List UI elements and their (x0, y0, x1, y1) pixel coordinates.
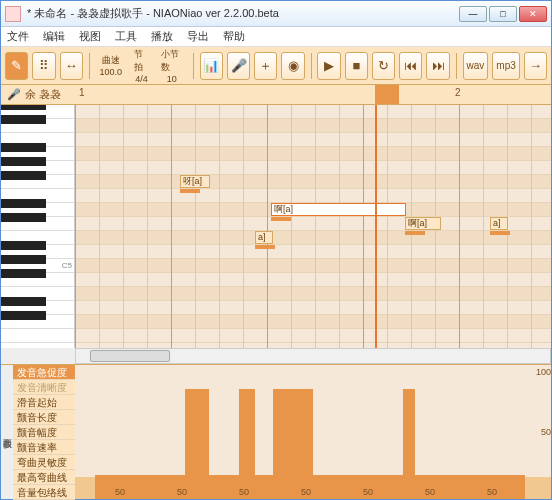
play-button[interactable]: ▶ (317, 52, 340, 80)
param-value: 50 (301, 487, 311, 497)
param-bar[interactable] (415, 475, 465, 499)
param-tab[interactable]: 音量包络线 (13, 485, 75, 500)
param-value: 50 (239, 487, 249, 497)
param-bar[interactable] (209, 475, 239, 499)
bars-param[interactable]: 小节数10 (157, 48, 187, 84)
stop-button[interactable]: ■ (345, 52, 368, 80)
menu-play[interactable]: 播放 (151, 29, 173, 44)
piano-black-key[interactable] (1, 311, 46, 320)
close-button[interactable]: ✕ (519, 6, 547, 22)
param-tab[interactable]: 颤音速率 (13, 440, 75, 455)
tempo-param[interactable]: 曲速100.0 (96, 54, 127, 77)
piano-roll[interactable]: C5 (1, 105, 75, 348)
param-tab[interactable]: 颤音长度 (13, 410, 75, 425)
param-bar[interactable] (313, 475, 403, 499)
param-chart[interactable]: 100 50 50505050505050 (75, 365, 551, 499)
param-bar[interactable] (239, 389, 255, 499)
param-tabs: 发音急促度发音清晰度滑音起始颤音长度颤音幅度颤音速率弯曲灵敏度最高弯曲线音量包络… (13, 365, 75, 499)
ruler-row: 🎤 余 袅袅 1 2 (1, 85, 551, 105)
param-tab[interactable]: 最高弯曲线 (13, 470, 75, 485)
app-icon (5, 6, 21, 22)
piano-black-key[interactable] (1, 143, 46, 152)
param-value: 50 (115, 487, 125, 497)
maximize-button[interactable]: □ (489, 6, 517, 22)
app-window: * 未命名 - 袅袅虚拟歌手 - NIAONiao ver 2.2.00.bet… (0, 0, 552, 500)
menu-edit[interactable]: 编辑 (43, 29, 65, 44)
playhead[interactable] (375, 105, 377, 348)
volume-icon[interactable]: 📊 (200, 52, 223, 80)
note[interactable]: 呀[a] (180, 175, 210, 188)
menu-export[interactable]: 导出 (187, 29, 209, 44)
piano-black-key[interactable] (1, 241, 46, 250)
menu-help[interactable]: 帮助 (223, 29, 245, 44)
param-value: 50 (363, 487, 373, 497)
measure-2: 2 (455, 87, 461, 98)
minimize-button[interactable]: — (459, 6, 487, 22)
menu-file[interactable]: 文件 (7, 29, 29, 44)
param-tab[interactable]: 发音急促度 (13, 365, 75, 380)
hscrollbar[interactable] (75, 348, 551, 364)
menu-tools[interactable]: 工具 (115, 29, 137, 44)
hscroll-thumb[interactable] (90, 350, 170, 362)
singer-name: 余 袅袅 (25, 87, 61, 102)
menubar: 文件 编辑 视图 工具 播放 导出 帮助 (1, 27, 551, 47)
param-panel: 参数面板 发音急促度发音清晰度滑音起始颤音长度颤音幅度颤音速率弯曲灵敏度最高弯曲… (1, 364, 551, 499)
toolbar: ✎ ⠿ ↔ 曲速100.0 节拍4/4 小节数10 📊 🎤 ＋ ◉ ▶ ■ ↻ … (1, 47, 551, 85)
select-tool[interactable]: ⠿ (32, 52, 55, 80)
titlebar[interactable]: * 未命名 - 袅袅虚拟歌手 - NIAONiao ver 2.2.00.bet… (1, 1, 551, 27)
param-tab[interactable]: 弯曲灵敏度 (13, 455, 75, 470)
piano-black-key[interactable] (1, 115, 46, 124)
piano-black-key[interactable] (1, 199, 46, 208)
note-grid[interactable]: 呀[a]啊[a]a]啊[a]a] (75, 105, 551, 348)
note[interactable]: a] (490, 217, 508, 230)
loop-marker[interactable] (375, 85, 399, 104)
beat-param[interactable]: 节拍4/4 (130, 48, 153, 84)
window-title: * 未命名 - 袅袅虚拟歌手 - NIAONiao ver 2.2.00.bet… (27, 6, 459, 21)
param-sidebar-label: 参数面板 (1, 365, 13, 499)
mic-icon[interactable]: 🎤 (227, 52, 250, 80)
param-bar[interactable] (273, 389, 313, 499)
piano-black-key[interactable] (1, 105, 46, 110)
hscroll (1, 348, 551, 364)
wav-button[interactable]: wav (463, 52, 489, 80)
loop-button[interactable]: ↻ (372, 52, 395, 80)
singer-icon: 🎤 (7, 88, 21, 101)
param-bar[interactable] (185, 389, 209, 499)
pencil-tool[interactable]: ✎ (5, 52, 28, 80)
param-tab[interactable]: 滑音起始 (13, 395, 75, 410)
piano-black-key[interactable] (1, 213, 46, 222)
scale-max: 100 (536, 367, 551, 377)
piano-black-key[interactable] (1, 297, 46, 306)
param-tab[interactable]: 发音清晰度 (13, 380, 75, 395)
arrow-tool[interactable]: ↔ (60, 52, 83, 80)
param-value: 50 (177, 487, 187, 497)
note[interactable]: 啊[a] (271, 203, 406, 216)
param-bar[interactable] (95, 475, 185, 499)
note[interactable]: 啊[a] (405, 217, 441, 230)
param-tab[interactable]: 颤音幅度 (13, 425, 75, 440)
track-header[interactable]: 🎤 余 袅袅 (1, 85, 75, 104)
menu-view[interactable]: 视图 (79, 29, 101, 44)
param-bar[interactable] (403, 389, 415, 499)
piano-black-key[interactable] (1, 255, 46, 264)
next-button[interactable]: ⏭ (426, 52, 449, 80)
scale-mid: 50 (541, 427, 551, 437)
note[interactable]: a] (255, 231, 273, 244)
add-icon[interactable]: ＋ (254, 52, 277, 80)
mp3-button[interactable]: mp3 (492, 52, 519, 80)
prev-button[interactable]: ⏮ (399, 52, 422, 80)
main-area: C5 呀[a]啊[a]a]啊[a]a] (1, 105, 551, 348)
piano-black-key[interactable] (1, 157, 46, 166)
measure-1: 1 (79, 87, 85, 98)
piano-black-key[interactable] (1, 269, 46, 278)
param-value: 50 (487, 487, 497, 497)
piano-key[interactable] (1, 329, 74, 343)
timeline-ruler[interactable]: 1 2 (75, 85, 551, 104)
export-arrow-icon[interactable]: → (524, 52, 547, 80)
param-bar[interactable] (255, 475, 273, 499)
param-value: 50 (425, 487, 435, 497)
piano-black-key[interactable] (1, 171, 46, 180)
target-icon[interactable]: ◉ (281, 52, 304, 80)
